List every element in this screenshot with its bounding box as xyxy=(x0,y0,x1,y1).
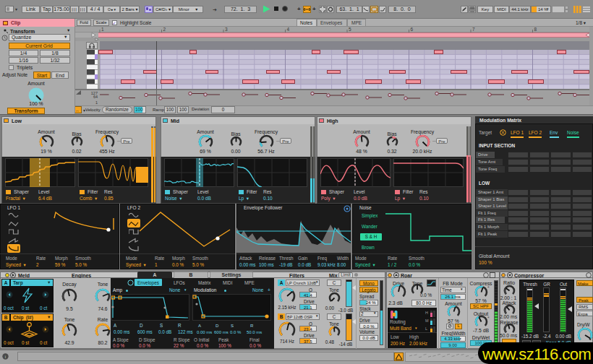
svg-text:i: i xyxy=(5,355,6,359)
